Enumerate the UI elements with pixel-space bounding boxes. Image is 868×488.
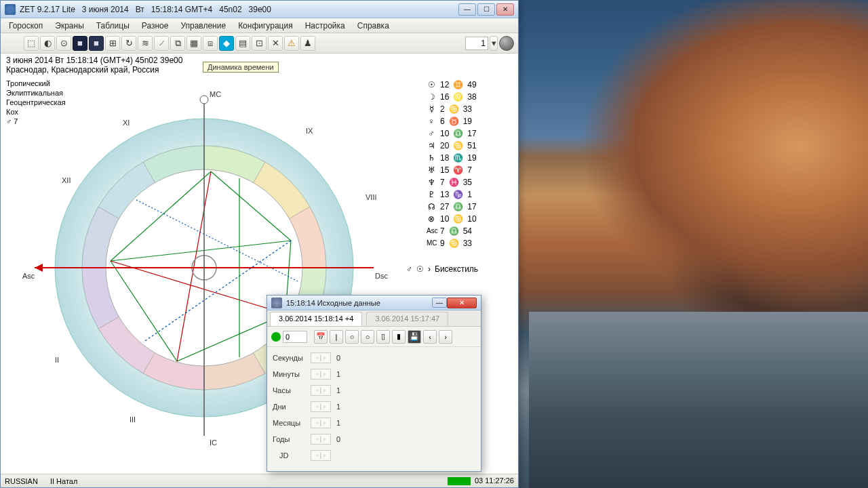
planet-row: ⊗10♋10: [427, 213, 477, 225]
label-mc: MC: [210, 90, 221, 98]
planet-row: ♂10♎17: [427, 127, 477, 140]
svg-marker-11: [35, 264, 43, 272]
toolbar-btn-6[interactable]: ⊞: [105, 36, 120, 51]
stepper[interactable]: ‹ | ›: [311, 434, 331, 445]
toolbar: ⬚ ◐ ⊙ ■ ■ ⊞ ↻ ≋ ⟋ ⧉ ▦ ⧆ ◆ ▤ ⊡ ✕ ⚠ ♟ ▾: [1, 33, 518, 54]
dialog-row-minutes: Минуты‹ | ›1: [273, 366, 475, 382]
dialog-close-button[interactable]: ✕: [447, 298, 477, 308]
toolbar-btn-1[interactable]: ⬚: [24, 36, 39, 51]
minimize-button[interactable]: —: [458, 3, 476, 16]
dialog-btn-col1[interactable]: ▯: [376, 330, 390, 344]
toolbar-btn-13[interactable]: ◆: [219, 36, 234, 51]
dialog-titlebar[interactable]: 15:18:14 Исходные данные — ✕: [267, 296, 481, 310]
toolbar-btn-4[interactable]: ■: [73, 36, 87, 51]
status-name: II Натал: [50, 477, 77, 485]
toolbar-btn-9[interactable]: ⟋: [154, 36, 169, 51]
dialog-number-input[interactable]: [283, 331, 307, 343]
dialog-row-jd: JD‹ | ›: [273, 447, 475, 464]
label-asc: Asc: [22, 272, 35, 280]
dialog-tabs: 3.06.2014 15:18:14 +4 3.06.2014 15:17:47: [267, 310, 481, 327]
toolbar-btn-15[interactable]: ⊡: [252, 36, 267, 51]
title-lon: 39e00: [249, 5, 271, 14]
dialog-minimize-button[interactable]: —: [432, 298, 447, 308]
statusbar: RUSSIAN II Натал 03 11:27:26: [1, 474, 518, 487]
toolbar-btn-10[interactable]: ⧉: [170, 36, 185, 51]
planet-row: ☊27♎17: [427, 201, 477, 213]
aspect-sym-2: ☉: [416, 264, 424, 274]
dialog-tab-inactive[interactable]: 3.06.2014 15:17:47: [366, 312, 448, 326]
dialog-btn-prev[interactable]: ‹: [423, 330, 437, 344]
toolbar-btn-14[interactable]: ▤: [235, 36, 250, 51]
aspect-display: ♂ ☉ › Бисекстиль: [406, 264, 478, 274]
planet-row: ♃20♋51: [427, 140, 477, 152]
menu-tables[interactable]: Таблицы: [91, 20, 135, 32]
stepper[interactable]: ‹ | ›: [311, 385, 331, 396]
dialog-tab-active[interactable]: 3.06.2014 15:18:14 +4: [270, 312, 362, 326]
label-xii: XII: [62, 176, 71, 184]
menubar: Гороскоп Экраны Таблицы Разное Управлени…: [1, 18, 518, 33]
dialog-row-years: Годы‹ | ›0: [273, 431, 475, 447]
dialog-body: Секунды‹ | ›0 Минуты‹ | ›1 Часы‹ | ›1 Дн…: [267, 347, 481, 466]
label-dsc: Dsc: [375, 272, 388, 280]
dialog-btn-rec[interactable]: ○: [361, 330, 374, 344]
source-data-dialog[interactable]: 15:18:14 Исходные данные — ✕ 3.06.2014 1…: [267, 295, 481, 472]
planet-row: ♆7♓35: [427, 176, 477, 188]
dialog-row-days: Дни‹ | ›1: [273, 399, 475, 415]
menu-horoscope[interactable]: Гороскоп: [3, 20, 48, 32]
toolbar-number-input[interactable]: [465, 37, 488, 50]
info-strip: 3 июня 2014 Вт 15:18:14 (GMT+4) 45n02 39…: [1, 54, 518, 75]
planet-row: ☿2♋33: [427, 103, 477, 115]
toolbar-round-button[interactable]: [499, 36, 514, 51]
menu-control[interactable]: Управление: [175, 20, 231, 32]
titlebar[interactable]: ZET 9.2.17 Lite 3 июня 2014 Вт 15:18:14 …: [1, 1, 518, 18]
stepper[interactable]: ‹ | ›: [311, 418, 331, 428]
label-ii: II: [55, 356, 59, 364]
menu-misc[interactable]: Разное: [136, 20, 174, 32]
dialog-btn-save[interactable]: 💾: [408, 330, 421, 344]
dialog-btn-stop[interactable]: ○: [345, 330, 359, 344]
maximize-button[interactable]: ☐: [477, 3, 495, 16]
menu-help[interactable]: Справка: [352, 20, 395, 32]
title-date: 3 июня 2014: [82, 5, 129, 14]
toolbar-btn-11[interactable]: ▦: [186, 36, 201, 51]
title-dow: Вт: [136, 5, 144, 14]
menu-config[interactable]: Конфигурация: [233, 20, 298, 32]
dialog-toolbar: 📅 | ○ ○ ▯ ▮ 💾 ‹ ›: [267, 327, 481, 347]
dialog-btn-next[interactable]: ›: [439, 330, 452, 344]
label-xi: XI: [123, 119, 130, 127]
toolbar-btn-5[interactable]: ■: [89, 36, 104, 51]
toolbar-btn-7[interactable]: ↻: [121, 36, 136, 51]
planet-row: ♄18♏19: [427, 152, 477, 164]
aspect-arrow-icon: ›: [428, 264, 431, 274]
toolbar-btn-3[interactable]: ⊙: [56, 36, 71, 51]
planet-row: ♀6♉19: [427, 115, 477, 127]
title-lat: 45n02: [219, 5, 241, 14]
status-lang: RUSSIAN: [5, 477, 38, 485]
planet-row: ♇13♑1: [427, 188, 477, 201]
toolbar-btn-2[interactable]: ◐: [40, 36, 55, 51]
toolbar-btn-8[interactable]: ≋: [138, 36, 153, 51]
dialog-btn-sep[interactable]: |: [330, 330, 343, 344]
label-iii: III: [130, 415, 136, 424]
toolbar-btn-12[interactable]: ⧆: [203, 36, 218, 51]
stepper[interactable]: ‹ | ›: [311, 401, 331, 412]
toolbar-btn-16[interactable]: ✕: [268, 36, 283, 51]
toolbar-btn-18[interactable]: ♟: [300, 36, 315, 51]
stepper[interactable]: ‹ | ›: [311, 369, 331, 380]
toolbar-btn-warn[interactable]: ⚠: [284, 36, 299, 51]
dialog-btn-col2[interactable]: ▮: [392, 330, 406, 344]
planet-positions-table: ☉12♊49 ☽16♌38 ☿2♋33 ♀6♉19 ♂10♎17 ♃20♋51 …: [427, 79, 477, 249]
menu-screens[interactable]: Экраны: [50, 20, 89, 32]
svg-point-13: [200, 96, 208, 104]
stepper[interactable]: ‹ | ›: [311, 352, 331, 363]
close-button[interactable]: ✕: [496, 3, 514, 16]
play-indicator-icon[interactable]: [271, 332, 281, 342]
toolbar-stepper[interactable]: ▾: [490, 36, 498, 51]
planet-row: Asc7♎54: [427, 225, 477, 237]
dialog-btn-calendar[interactable]: 📅: [314, 330, 328, 344]
label-viii: VIII: [366, 193, 377, 201]
menu-settings[interactable]: Настройка: [300, 20, 351, 32]
stepper[interactable]: ‹ | ›: [311, 450, 331, 461]
aspect-name: Бисекстиль: [435, 264, 478, 274]
tooltip-time-dynamics: Динамика времени: [203, 62, 279, 73]
